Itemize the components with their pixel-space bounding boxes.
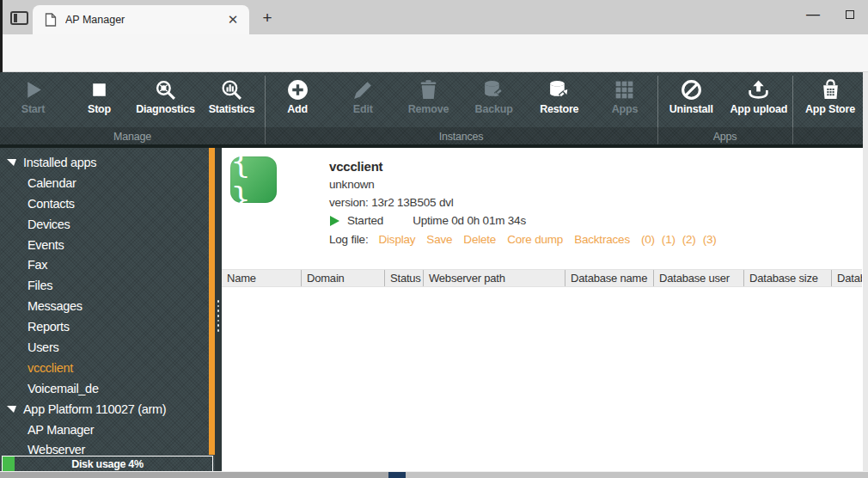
browser-window: AP Manager ✕ + — Nicht sicher 192.168.17… bbox=[0, 0, 868, 478]
log-link-display[interactable]: Display bbox=[378, 233, 415, 246]
main-content: { } vccclient unknown version: 13r2 13B5… bbox=[222, 148, 862, 471]
edit-button[interactable]: Edit bbox=[330, 72, 395, 127]
tab-title: AP Manager bbox=[65, 14, 225, 26]
log-link-save[interactable]: Save bbox=[426, 233, 452, 246]
column-header-domain[interactable]: Domain bbox=[301, 270, 384, 286]
scrollbar-thumb[interactable] bbox=[388, 472, 406, 478]
diagnostics-button[interactable]: Diagnostics bbox=[132, 72, 199, 127]
toolbar-group-store: App Store bbox=[792, 72, 868, 127]
started-play-icon bbox=[329, 215, 339, 227]
sidebar-accent-bar bbox=[209, 148, 215, 455]
column-header-status[interactable]: Status bbox=[384, 270, 423, 286]
log-link-backtrace-1[interactable]: (1) bbox=[662, 233, 675, 246]
uptime-text: Uptime 0d 0h 01m 34s bbox=[413, 214, 526, 227]
apps-grid-button[interactable]: Apps bbox=[592, 72, 657, 127]
window-right-border bbox=[863, 72, 868, 471]
page-icon bbox=[45, 13, 57, 27]
sidebar-item-ap-manager[interactable]: AP Manager bbox=[0, 420, 215, 440]
window-maximize-button[interactable] bbox=[832, 0, 868, 29]
browser-titlebar: AP Manager ✕ + — bbox=[0, 0, 868, 34]
app-toolbar: Start Stop Diagnostics Statistics bbox=[0, 72, 868, 146]
add-icon bbox=[286, 78, 309, 101]
group-label-manage: Manage bbox=[0, 127, 265, 146]
start-button[interactable]: Start bbox=[0, 72, 66, 127]
tab-actions-menu-icon[interactable] bbox=[10, 11, 28, 25]
sidebar-item-messages[interactable]: Messages bbox=[0, 296, 215, 316]
sidebar-item-vccclient[interactable]: vccclient bbox=[0, 358, 215, 378]
sidebar-item-voicemail-de[interactable]: Voicemail_de bbox=[0, 378, 215, 399]
status-text: Started bbox=[347, 214, 383, 227]
disk-usage-fill bbox=[3, 457, 15, 471]
app-state: unknown bbox=[329, 178, 724, 191]
tree-group-app-platform[interactable]: App Platform 110027 (arm) bbox=[0, 399, 215, 420]
instances-table-header: Name Domain Status Webserver path Databa… bbox=[222, 269, 862, 287]
column-header-database-truncated[interactable]: Database bbox=[831, 270, 862, 286]
toolbar-group-apps: Uninstall App upload bbox=[657, 72, 792, 127]
column-header-database-size[interactable]: Database size bbox=[743, 270, 831, 286]
sidebar-item-fax[interactable]: Fax bbox=[0, 254, 215, 275]
window-minimize-button[interactable]: — bbox=[795, 0, 831, 29]
app-version: version: 13r2 13B505 dvl bbox=[329, 196, 724, 209]
disk-usage-label: Disk usage 4% bbox=[71, 458, 144, 470]
tree-group-installed-apps[interactable]: Installed apps bbox=[0, 152, 215, 173]
chart-magnifier-icon bbox=[220, 78, 243, 101]
sidebar-item-calendar[interactable]: Calendar bbox=[0, 173, 215, 193]
window-left-border bbox=[0, 0, 3, 72]
log-link-backtrace-2[interactable]: (2) bbox=[682, 233, 696, 246]
scrollbar-track-segment bbox=[0, 472, 388, 478]
add-button[interactable]: Add bbox=[265, 72, 330, 127]
sidebar-item-devices[interactable]: Devices bbox=[0, 214, 215, 235]
sidebar-item-reports[interactable]: Reports bbox=[0, 316, 215, 337]
vccclient-app-icon: { } bbox=[230, 156, 277, 203]
horizontal-scrollbar[interactable] bbox=[0, 471, 868, 478]
toolbar-group-instances: Add Edit Remove Backup Restore bbox=[265, 72, 657, 127]
column-header-database-user[interactable]: Database user bbox=[653, 270, 743, 286]
sidebar-item-events[interactable]: Events bbox=[0, 235, 215, 255]
sidebar-item-contacts[interactable]: Contacts bbox=[0, 193, 215, 214]
shopping-bag-icon bbox=[819, 78, 842, 101]
log-link-core-dump[interactable]: Core dump bbox=[507, 233, 563, 246]
toolbar-group-labels: Manage Instances Apps bbox=[0, 127, 868, 146]
app-info-block: vccclient unknown version: 13r2 13B505 d… bbox=[329, 159, 724, 246]
bug-magnifier-icon bbox=[154, 78, 177, 101]
grid-icon bbox=[613, 78, 636, 101]
new-tab-button[interactable]: + bbox=[256, 7, 278, 29]
disk-usage-indicator: Disk usage 4% bbox=[2, 456, 213, 472]
sidebar-splitter[interactable] bbox=[215, 148, 222, 471]
play-icon bbox=[21, 78, 45, 101]
browser-navbar: Nicht sicher 192.168.178.51/manager/1364… bbox=[0, 34, 868, 72]
expand-triangle-icon bbox=[7, 158, 16, 166]
stop-button[interactable]: Stop bbox=[66, 72, 132, 127]
statistics-button[interactable]: Statistics bbox=[199, 72, 265, 127]
log-file-label: Log file: bbox=[329, 233, 368, 246]
log-link-backtrace-0[interactable]: (0) bbox=[641, 233, 655, 246]
column-header-database-name[interactable]: Database name bbox=[565, 270, 653, 286]
sidebar-item-files[interactable]: Files bbox=[0, 275, 215, 296]
uninstall-button[interactable]: Uninstall bbox=[657, 72, 725, 127]
stop-icon bbox=[88, 78, 111, 101]
column-header-name[interactable]: Name bbox=[222, 270, 301, 286]
pencil-icon bbox=[351, 78, 375, 101]
log-link-backtrace-3[interactable]: (3) bbox=[703, 233, 717, 246]
sidebar: Installed apps Calendar Contacts Devices… bbox=[0, 148, 215, 471]
log-file-row: Log file: Display Save Delete Core dump … bbox=[329, 233, 724, 246]
restore-button[interactable]: Restore bbox=[527, 72, 592, 127]
tab-close-icon[interactable]: ✕ bbox=[225, 12, 241, 28]
browser-tab[interactable]: AP Manager ✕ bbox=[33, 5, 249, 34]
log-link-delete[interactable]: Delete bbox=[463, 233, 496, 246]
splitter-grip-icon bbox=[217, 300, 220, 332]
sidebar-item-users[interactable]: Users bbox=[0, 337, 215, 358]
database-backup-icon bbox=[482, 78, 505, 101]
app-store-button[interactable]: App Store bbox=[792, 72, 868, 127]
toolbar-group-manage: Start Stop Diagnostics Statistics bbox=[0, 72, 265, 127]
upload-icon bbox=[747, 78, 770, 101]
app-tree: Installed apps Calendar Contacts Devices… bbox=[0, 148, 215, 460]
group-label-store bbox=[792, 127, 868, 146]
app-upload-button[interactable]: App upload bbox=[725, 72, 793, 127]
log-link-backtraces[interactable]: Backtraces bbox=[574, 233, 630, 246]
group-label-instances: Instances bbox=[265, 127, 657, 146]
trash-icon bbox=[417, 78, 440, 101]
backup-button[interactable]: Backup bbox=[462, 72, 527, 127]
remove-button[interactable]: Remove bbox=[395, 72, 461, 127]
column-header-webserver-path[interactable]: Webserver path bbox=[423, 270, 565, 286]
